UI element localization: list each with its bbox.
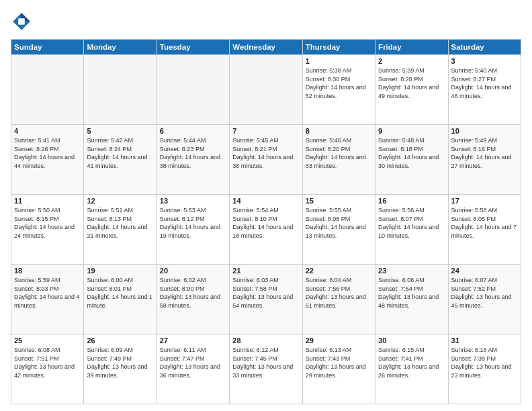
day-cell: 20Sunrise: 6:02 AM Sunset: 8:00 PM Dayli…	[157, 265, 229, 334]
day-cell: 9Sunrise: 5:48 AM Sunset: 8:18 PM Daylig…	[375, 125, 448, 195]
day-cell: 19Sunrise: 6:00 AM Sunset: 8:01 PM Dayli…	[84, 265, 157, 334]
day-number: 1	[306, 57, 372, 65]
day-number: 2	[378, 57, 445, 65]
day-number: 30	[378, 336, 445, 345]
day-cell: 23Sunrise: 6:06 AM Sunset: 7:54 PM Dayli…	[375, 265, 448, 334]
day-number: 10	[451, 127, 518, 135]
day-info: Sunrise: 5:50 AM Sunset: 8:15 PM Dayligh…	[14, 206, 81, 240]
day-info: Sunrise: 5:51 AM Sunset: 8:13 PM Dayligh…	[87, 206, 153, 240]
day-info: Sunrise: 5:46 AM Sunset: 8:20 PM Dayligh…	[306, 136, 372, 170]
day-cell: 18Sunrise: 5:59 AM Sunset: 8:03 PM Dayli…	[11, 265, 84, 334]
day-info: Sunrise: 6:12 AM Sunset: 7:45 PM Dayligh…	[232, 346, 299, 379]
day-number: 16	[378, 197, 445, 205]
day-info: Sunrise: 5:58 AM Sunset: 8:05 PM Dayligh…	[451, 206, 518, 240]
week-row-2: 4Sunrise: 5:41 AM Sunset: 8:26 PM Daylig…	[11, 125, 521, 195]
day-number: 18	[14, 267, 81, 275]
day-cell: 10Sunrise: 5:49 AM Sunset: 8:16 PM Dayli…	[448, 125, 521, 195]
day-info: Sunrise: 6:04 AM Sunset: 7:56 PM Dayligh…	[306, 276, 372, 310]
day-info: Sunrise: 5:42 AM Sunset: 8:24 PM Dayligh…	[87, 136, 153, 170]
day-cell	[157, 55, 229, 125]
day-cell: 6Sunrise: 5:44 AM Sunset: 8:23 PM Daylig…	[157, 125, 229, 195]
day-info: Sunrise: 5:41 AM Sunset: 8:26 PM Dayligh…	[14, 136, 81, 170]
weekday-header-monday: Monday	[84, 40, 157, 55]
day-number: 31	[451, 336, 518, 345]
day-info: Sunrise: 5:59 AM Sunset: 8:03 PM Dayligh…	[14, 276, 81, 310]
weekday-header-row: SundayMondayTuesdayWednesdayThursdayFrid…	[11, 40, 521, 55]
day-number: 29	[306, 336, 372, 345]
day-cell: 4Sunrise: 5:41 AM Sunset: 8:26 PM Daylig…	[11, 125, 84, 195]
day-cell: 8Sunrise: 5:46 AM Sunset: 8:20 PM Daylig…	[302, 125, 375, 195]
day-cell: 13Sunrise: 5:53 AM Sunset: 8:12 PM Dayli…	[157, 195, 229, 265]
week-row-1: 1Sunrise: 5:38 AM Sunset: 8:30 PM Daylig…	[11, 55, 521, 125]
day-cell: 22Sunrise: 6:04 AM Sunset: 7:56 PM Dayli…	[302, 265, 375, 334]
weekday-header-saturday: Saturday	[448, 40, 521, 55]
day-number: 5	[87, 127, 153, 135]
day-number: 21	[232, 267, 299, 275]
day-cell: 25Sunrise: 6:08 AM Sunset: 7:51 PM Dayli…	[11, 334, 84, 404]
day-cell	[230, 55, 302, 125]
day-number: 11	[14, 197, 81, 205]
weekday-header-wednesday: Wednesday	[230, 40, 302, 55]
day-info: Sunrise: 6:09 AM Sunset: 7:49 PM Dayligh…	[87, 346, 153, 379]
day-info: Sunrise: 5:49 AM Sunset: 8:16 PM Dayligh…	[451, 136, 518, 170]
day-number: 3	[451, 57, 518, 65]
day-number: 26	[87, 336, 153, 345]
day-info: Sunrise: 6:15 AM Sunset: 7:41 PM Dayligh…	[378, 346, 445, 379]
weekday-header-sunday: Sunday	[11, 40, 84, 55]
day-info: Sunrise: 6:02 AM Sunset: 8:00 PM Dayligh…	[160, 276, 226, 310]
logo-icon	[11, 11, 32, 32]
day-cell: 14Sunrise: 5:54 AM Sunset: 8:10 PM Dayli…	[230, 195, 302, 265]
day-number: 22	[306, 267, 372, 275]
day-info: Sunrise: 5:44 AM Sunset: 8:23 PM Dayligh…	[160, 136, 226, 170]
day-info: Sunrise: 5:48 AM Sunset: 8:18 PM Dayligh…	[378, 136, 445, 170]
day-info: Sunrise: 6:03 AM Sunset: 7:58 PM Dayligh…	[232, 276, 299, 310]
day-cell: 26Sunrise: 6:09 AM Sunset: 7:49 PM Dayli…	[84, 334, 157, 404]
day-cell: 12Sunrise: 5:51 AM Sunset: 8:13 PM Dayli…	[84, 195, 157, 265]
day-info: Sunrise: 6:07 AM Sunset: 7:52 PM Dayligh…	[451, 276, 518, 310]
day-number: 25	[14, 336, 81, 345]
day-number: 24	[451, 267, 518, 275]
day-cell: 31Sunrise: 6:16 AM Sunset: 7:39 PM Dayli…	[448, 334, 521, 404]
day-cell: 15Sunrise: 5:55 AM Sunset: 8:08 PM Dayli…	[302, 195, 375, 265]
day-info: Sunrise: 5:53 AM Sunset: 8:12 PM Dayligh…	[160, 206, 226, 240]
day-number: 4	[14, 127, 81, 135]
week-row-4: 18Sunrise: 5:59 AM Sunset: 8:03 PM Dayli…	[11, 265, 521, 334]
day-info: Sunrise: 5:39 AM Sunset: 8:28 PM Dayligh…	[378, 66, 445, 100]
day-cell: 7Sunrise: 5:45 AM Sunset: 8:21 PM Daylig…	[230, 125, 302, 195]
weekday-header-tuesday: Tuesday	[157, 40, 229, 55]
day-cell: 28Sunrise: 6:12 AM Sunset: 7:45 PM Dayli…	[230, 334, 302, 404]
day-cell: 30Sunrise: 6:15 AM Sunset: 7:41 PM Dayli…	[375, 334, 448, 404]
logo	[11, 11, 35, 32]
day-number: 15	[306, 197, 372, 205]
day-info: Sunrise: 5:55 AM Sunset: 8:08 PM Dayligh…	[306, 206, 372, 240]
day-number: 19	[87, 267, 153, 275]
day-number: 12	[87, 197, 153, 205]
day-number: 9	[378, 127, 445, 135]
day-info: Sunrise: 5:40 AM Sunset: 8:27 PM Dayligh…	[451, 66, 518, 100]
week-row-5: 25Sunrise: 6:08 AM Sunset: 7:51 PM Dayli…	[11, 334, 521, 404]
day-cell: 29Sunrise: 6:13 AM Sunset: 7:43 PM Dayli…	[302, 334, 375, 404]
day-info: Sunrise: 6:00 AM Sunset: 8:01 PM Dayligh…	[87, 276, 153, 310]
weekday-header-thursday: Thursday	[302, 40, 375, 55]
week-row-3: 11Sunrise: 5:50 AM Sunset: 8:15 PM Dayli…	[11, 195, 521, 265]
day-info: Sunrise: 6:13 AM Sunset: 7:43 PM Dayligh…	[306, 346, 372, 379]
day-cell: 1Sunrise: 5:38 AM Sunset: 8:30 PM Daylig…	[302, 55, 375, 125]
day-info: Sunrise: 5:56 AM Sunset: 8:07 PM Dayligh…	[378, 206, 445, 240]
day-info: Sunrise: 5:45 AM Sunset: 8:21 PM Dayligh…	[232, 136, 299, 170]
day-number: 13	[160, 197, 226, 205]
day-number: 20	[160, 267, 226, 275]
day-cell: 16Sunrise: 5:56 AM Sunset: 8:07 PM Dayli…	[375, 195, 448, 265]
day-info: Sunrise: 5:38 AM Sunset: 8:30 PM Dayligh…	[306, 66, 372, 100]
header	[11, 11, 521, 32]
page: SundayMondayTuesdayWednesdayThursdayFrid…	[0, 0, 532, 411]
day-cell	[11, 55, 84, 125]
svg-rect-2	[18, 18, 25, 25]
day-number: 17	[451, 197, 518, 205]
day-number: 23	[378, 267, 445, 275]
day-cell: 17Sunrise: 5:58 AM Sunset: 8:05 PM Dayli…	[448, 195, 521, 265]
day-cell: 27Sunrise: 6:11 AM Sunset: 7:47 PM Dayli…	[157, 334, 229, 404]
day-number: 6	[160, 127, 226, 135]
day-number: 7	[232, 127, 299, 135]
day-info: Sunrise: 5:54 AM Sunset: 8:10 PM Dayligh…	[232, 206, 299, 240]
day-cell	[84, 55, 157, 125]
